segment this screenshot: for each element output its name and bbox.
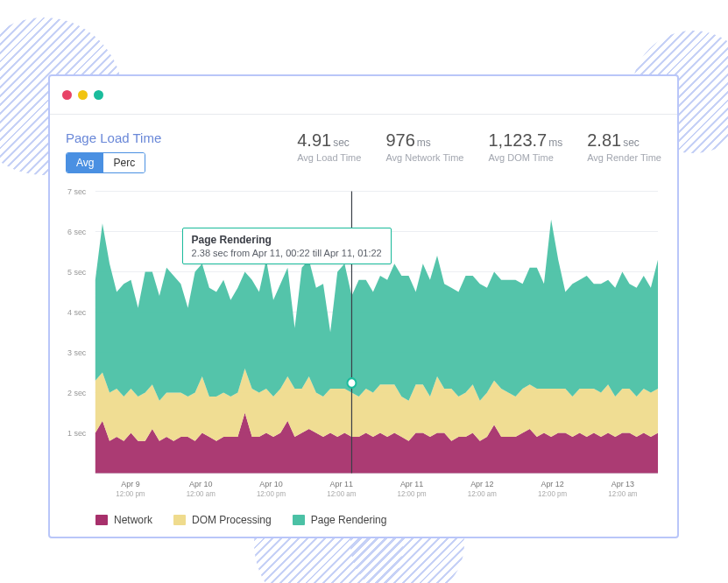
svg-text:Apr 12: Apr 12 (470, 479, 493, 488)
stacked-area-chart[interactable]: 1 sec2 sec3 sec4 sec5 sec6 sec7 secApr 9… (66, 186, 661, 505)
svg-text:Apr 9: Apr 9 (121, 479, 139, 488)
legend-item-dom[interactable]: DOM Processing (173, 514, 272, 526)
svg-text:6 sec: 6 sec (67, 227, 87, 235)
page-title: Page Load Time (66, 130, 161, 145)
svg-point-32 (347, 378, 356, 388)
legend-item-page-rendering[interactable]: Page Rendering (293, 514, 387, 526)
legend-item-network[interactable]: Network (95, 514, 152, 526)
metric-dom-time: 1,123.7ms Avg DOM Time (488, 130, 562, 163)
svg-text:12:00 am: 12:00 am (608, 490, 637, 498)
close-icon[interactable] (62, 90, 72, 100)
tooltip-title: Page Rendering (192, 234, 382, 246)
minimize-icon[interactable] (78, 90, 88, 100)
svg-text:4 sec: 4 sec (67, 307, 87, 316)
toggle-perc[interactable]: Perc (103, 153, 145, 172)
svg-text:Apr 13: Apr 13 (611, 479, 634, 488)
svg-text:12:00 pm: 12:00 pm (116, 490, 145, 498)
window-titlebar (50, 76, 677, 115)
app-window: Page Load Time Avg Perc 4.91sec Avg Load… (48, 74, 679, 538)
svg-text:12:00 am: 12:00 am (468, 490, 497, 498)
chart-legend: Network DOM Processing Page Rendering (66, 514, 661, 526)
svg-text:5 sec: 5 sec (67, 267, 87, 276)
avg-perc-toggle[interactable]: Avg Perc (66, 152, 145, 173)
metric-network-time: 976ms Avg Network Time (385, 130, 463, 163)
svg-text:12:00 pm: 12:00 pm (538, 490, 567, 498)
metric-load-time: 4.91sec Avg Load Time (297, 130, 361, 163)
chart-tooltip: Page Rendering 2.38 sec from Apr 11, 00:… (182, 228, 392, 264)
svg-text:Apr 11: Apr 11 (330, 479, 353, 488)
svg-text:Apr 10: Apr 10 (189, 479, 212, 488)
maximize-icon[interactable] (94, 90, 103, 100)
toggle-avg[interactable]: Avg (67, 153, 103, 172)
svg-text:7 sec: 7 sec (67, 186, 87, 195)
tooltip-detail: 2.38 sec from Apr 11, 00:22 till Apr 11,… (192, 248, 382, 258)
metrics-row: 4.91sec Avg Load Time 976ms Avg Network … (297, 130, 661, 163)
chart-header: Page Load Time Avg Perc 4.91sec Avg Load… (66, 130, 661, 173)
svg-text:Apr 12: Apr 12 (541, 479, 563, 488)
legend-swatch (173, 515, 186, 525)
svg-text:3 sec: 3 sec (67, 348, 87, 356)
legend-swatch (95, 515, 108, 525)
legend-swatch (293, 515, 305, 525)
svg-text:12:00 pm: 12:00 pm (257, 490, 286, 498)
metric-render-time: 2.81sec Avg Render Time (587, 130, 661, 163)
svg-text:1 sec: 1 sec (67, 428, 87, 437)
svg-text:2 sec: 2 sec (67, 388, 87, 397)
svg-text:Apr 11: Apr 11 (400, 479, 423, 488)
svg-text:12:00 pm: 12:00 pm (397, 490, 426, 498)
svg-text:Apr 10: Apr 10 (259, 479, 282, 488)
svg-text:12:00 am: 12:00 am (187, 490, 216, 498)
svg-text:12:00 am: 12:00 am (327, 490, 356, 498)
